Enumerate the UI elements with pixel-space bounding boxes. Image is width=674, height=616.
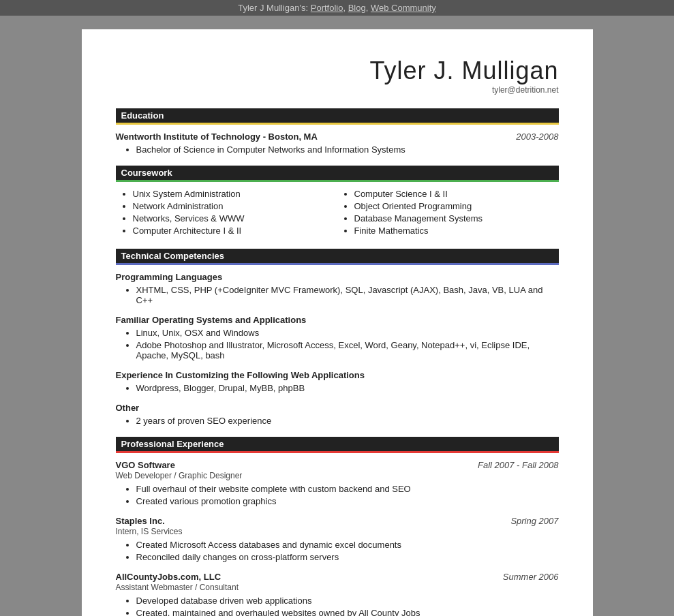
course-item: Database Management Systems	[354, 213, 559, 224]
institution-name: Wentworth Institute of Technology - Bost…	[116, 132, 318, 142]
webcommunity-link[interactable]: Web Community	[371, 3, 436, 13]
course-item: Computer Architecture I & II	[133, 226, 337, 236]
coursework-col-1: Unix System Administration Network Admin…	[116, 189, 337, 238]
job-allcounty-header: AllCountyJobs.com, LLC Summer 2006	[116, 572, 559, 582]
other-title: Other	[116, 403, 559, 413]
job-vgo-item: Full overhaul of their website complete …	[136, 484, 559, 494]
technical-section: Technical Competencies Programming Langu…	[116, 249, 559, 426]
job-staples: Staples Inc. Spring 2007 Intern, IS Serv…	[116, 516, 559, 562]
professional-header: Professional Experience	[116, 437, 559, 453]
education-section: Education Wentworth Institute of Technol…	[116, 108, 559, 155]
course-item: Network Administration	[133, 201, 337, 211]
education-dates: 2003-2008	[516, 132, 558, 142]
job-vgo-company: VGO Software	[116, 460, 175, 470]
other-block: Other 2 years of proven SEO experience	[116, 403, 559, 426]
technical-header: Technical Competencies	[116, 249, 559, 265]
coursework-header: Coursework	[116, 166, 559, 182]
job-vgo-list: Full overhaul of their website complete …	[136, 484, 559, 506]
webapps-list: Wordpress, Blogger, Drupal, MyBB, phpBB	[136, 383, 559, 393]
os-title: Familiar Operating Systems and Applicati…	[116, 315, 559, 325]
course-item: Object Oriented Programming	[354, 201, 559, 211]
os-item: Linux, Unix, OSX and Windows	[136, 328, 559, 338]
job-vgo-dates: Fall 2007 - Fall 2008	[478, 460, 559, 470]
coursework-grid: Unix System Administration Network Admin…	[116, 189, 559, 238]
coursework-col-2: Computer Science I & II Object Oriented …	[337, 189, 559, 238]
topbar-text: Tyler J Mulligan's:	[238, 3, 311, 13]
job-staples-header: Staples Inc. Spring 2007	[116, 516, 559, 526]
job-allcounty-dates: Summer 2006	[503, 572, 559, 582]
course-item: Unix System Administration	[133, 189, 337, 199]
webapps-title: Experience In Customizing the Following …	[116, 370, 559, 380]
job-allcounty-item: Created, maintained and overhauled websi…	[136, 608, 559, 616]
coursework-list-2: Computer Science I & II Object Oriented …	[354, 189, 559, 236]
os-block: Familiar Operating Systems and Applicati…	[116, 315, 559, 360]
institution-row: Wentworth Institute of Technology - Bost…	[116, 132, 559, 142]
coursework-list-1: Unix System Administration Network Admin…	[133, 189, 337, 236]
job-vgo: VGO Software Fall 2007 - Fall 2008 Web D…	[116, 460, 559, 506]
job-allcounty-list: Developed database driven web applicatio…	[136, 596, 559, 616]
os-list: Linux, Unix, OSX and Windows Adobe Photo…	[136, 328, 559, 360]
email: tyler@detrition.net	[116, 85, 559, 95]
resume: Tyler J. Mulligan tyler@detrition.net Ed…	[82, 29, 593, 616]
job-staples-subtitle: Intern, IS Services	[116, 527, 559, 536]
degree-item: Bachelor of Science in Computer Networks…	[136, 144, 559, 155]
prog-languages-item: XHTML, CSS, PHP (+CodeIgniter MVC Framew…	[136, 285, 559, 305]
job-allcounty-subtitle: Assistant Webmaster / Consultant	[116, 583, 559, 592]
portfolio-link[interactable]: Portfolio	[311, 3, 343, 13]
course-item: Networks, Services & WWW	[133, 213, 337, 224]
blog-link[interactable]: Blog	[348, 3, 366, 13]
job-staples-dates: Spring 2007	[510, 516, 558, 526]
job-vgo-header: VGO Software Fall 2007 - Fall 2008	[116, 460, 559, 470]
professional-section: Professional Experience VGO Software Fal…	[116, 437, 559, 616]
full-name: Tyler J. Mulligan	[116, 57, 559, 85]
name-section: Tyler J. Mulligan tyler@detrition.net	[116, 57, 559, 95]
prog-languages-list: XHTML, CSS, PHP (+CodeIgniter MVC Framew…	[136, 285, 559, 305]
job-allcounty: AllCountyJobs.com, LLC Summer 2006 Assis…	[116, 572, 559, 616]
page-wrapper: Tyler J. Mulligan tyler@detrition.net Ed…	[0, 16, 674, 616]
webapps-block: Experience In Customizing the Following …	[116, 370, 559, 393]
course-item: Finite Mathematics	[354, 226, 559, 236]
topbar: Tyler J Mulligan's: Portfolio, Blog, Web…	[0, 0, 674, 16]
job-staples-company: Staples Inc.	[116, 516, 165, 526]
degree-list: Bachelor of Science in Computer Networks…	[136, 144, 559, 155]
job-staples-list: Created Microsoft Access databases and d…	[136, 540, 559, 562]
coursework-section: Coursework Unix System Administration Ne…	[116, 166, 559, 238]
education-header: Education	[116, 108, 559, 125]
job-staples-item: Reconciled daily changes on cross-platfo…	[136, 552, 559, 562]
job-vgo-item: Created various promotion graphics	[136, 496, 559, 506]
webapps-item: Wordpress, Blogger, Drupal, MyBB, phpBB	[136, 383, 559, 393]
course-item: Computer Science I & II	[354, 189, 559, 199]
job-vgo-subtitle: Web Developer / Graphic Designer	[116, 471, 559, 480]
job-staples-item: Created Microsoft Access databases and d…	[136, 540, 559, 550]
prog-languages-title: Programming Languages	[116, 272, 559, 282]
os-item: Adobe Photoshop and Illustrator, Microso…	[136, 340, 559, 360]
job-allcounty-company: AllCountyJobs.com, LLC	[116, 572, 221, 582]
other-list: 2 years of proven SEO experience	[136, 416, 559, 426]
other-item: 2 years of proven SEO experience	[136, 416, 559, 426]
prog-languages-block: Programming Languages XHTML, CSS, PHP (+…	[116, 272, 559, 305]
job-allcounty-item: Developed database driven web applicatio…	[136, 596, 559, 606]
